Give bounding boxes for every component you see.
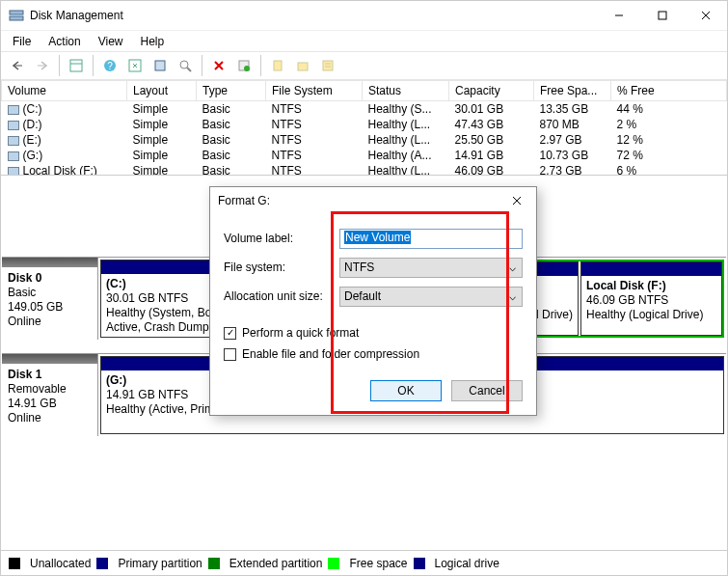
disk-1-name: Disk 1 xyxy=(8,368,92,381)
settings-icon[interactable] xyxy=(149,55,171,76)
svg-rect-19 xyxy=(298,63,308,70)
svg-point-14 xyxy=(180,61,188,69)
disk-0-name: Disk 0 xyxy=(8,271,92,285)
menu-file[interactable]: File xyxy=(5,33,39,50)
col-pct[interactable]: % Free xyxy=(611,81,727,101)
minimize-button[interactable] xyxy=(597,2,640,29)
forward-button[interactable] xyxy=(32,55,53,76)
col-type[interactable]: Type xyxy=(197,81,266,101)
svg-rect-1 xyxy=(10,16,23,20)
list-icon[interactable] xyxy=(317,55,338,76)
legend: Unallocated Primary partition Extended p… xyxy=(1,550,727,575)
action-icon[interactable] xyxy=(233,55,255,76)
chevron-down-icon: ⌵ xyxy=(509,261,516,274)
window-buttons xyxy=(597,2,727,29)
chevron-down-icon: ⌵ xyxy=(509,289,516,303)
toolbar: ? xyxy=(1,51,727,80)
view-icon[interactable] xyxy=(66,55,87,76)
open-icon[interactable] xyxy=(292,55,313,76)
col-layout[interactable]: Layout xyxy=(127,81,197,101)
dialog-title: Format G: xyxy=(218,194,505,207)
table-row[interactable]: Local Disk (F:)SimpleBasicNTFSHealthy (L… xyxy=(2,163,727,176)
table-row[interactable]: (G:)SimpleBasicNTFSHealthy (A...14.91 GB… xyxy=(2,148,727,163)
ok-button[interactable]: OK xyxy=(370,380,442,401)
allocation-unit-select[interactable]: Default⌵ xyxy=(339,287,523,307)
format-dialog: Format G: Volume label: New Volume File … xyxy=(209,186,537,416)
table-row[interactable]: (E:)SimpleBasicNTFSHealthy (L...25.50 GB… xyxy=(2,132,727,148)
properties-icon[interactable] xyxy=(175,55,196,76)
svg-point-17 xyxy=(244,66,250,71)
dialog-close-button[interactable] xyxy=(505,189,528,212)
svg-rect-8 xyxy=(70,60,82,71)
svg-text:?: ? xyxy=(107,61,113,71)
svg-rect-18 xyxy=(274,61,282,70)
cancel-button[interactable]: Cancel xyxy=(451,380,523,401)
disk-management-window: Disk Management File Action View Help ? xyxy=(0,0,728,576)
col-status[interactable]: Status xyxy=(363,81,449,101)
col-fs[interactable]: File System xyxy=(266,81,363,101)
maximize-button[interactable] xyxy=(640,2,684,29)
checkbox-checked-icon: ✓ xyxy=(224,327,236,340)
new-icon[interactable] xyxy=(267,55,288,76)
partition-f[interactable]: Local Disk (F:)46.09 GB NTFSHealthy (Log… xyxy=(580,261,722,336)
delete-icon[interactable] xyxy=(208,55,229,76)
back-button[interactable] xyxy=(7,55,28,76)
volume-label-label: Volume label: xyxy=(224,232,339,245)
dialog-titlebar: Format G: xyxy=(210,187,536,214)
titlebar: Disk Management xyxy=(1,1,727,30)
col-free[interactable]: Free Spa... xyxy=(534,81,611,101)
col-capacity[interactable]: Capacity xyxy=(449,81,534,101)
svg-line-15 xyxy=(187,68,191,71)
allocation-unit-label: Allocation unit size: xyxy=(224,289,339,303)
refresh-icon[interactable] xyxy=(124,55,146,76)
file-system-select[interactable]: NTFS⌵ xyxy=(339,258,523,278)
menu-action[interactable]: Action xyxy=(40,33,88,50)
disk-0-header[interactable]: Disk 0 Basic 149.05 GB Online xyxy=(2,258,98,340)
menubar: File Action View Help xyxy=(1,30,727,51)
disk-1-header[interactable]: Disk 1 Removable 14.91 GB Online xyxy=(2,354,98,436)
volume-list: Volume Layout Type File System Status Ca… xyxy=(1,80,727,176)
svg-rect-0 xyxy=(10,11,23,14)
col-volume[interactable]: Volume xyxy=(2,81,127,101)
quick-format-checkbox[interactable]: ✓ Perform a quick format xyxy=(224,322,523,343)
svg-rect-20 xyxy=(323,61,333,70)
svg-rect-3 xyxy=(659,12,666,19)
menu-help[interactable]: Help xyxy=(133,33,173,50)
volume-label-input[interactable]: New Volume xyxy=(339,229,523,249)
checkbox-unchecked-icon xyxy=(224,348,236,361)
svg-rect-13 xyxy=(155,61,165,70)
close-button[interactable] xyxy=(684,2,727,29)
compression-checkbox[interactable]: Enable file and folder compression xyxy=(224,343,523,365)
table-row[interactable]: (C:)SimpleBasicNTFSHealthy (S...30.01 GB… xyxy=(2,101,727,118)
app-icon xyxy=(9,8,24,23)
help-icon[interactable]: ? xyxy=(99,55,121,76)
window-title: Disk Management xyxy=(30,9,597,22)
menu-view[interactable]: View xyxy=(91,33,131,50)
table-row[interactable]: (D:)SimpleBasicNTFSHealthy (L...47.43 GB… xyxy=(2,117,727,132)
file-system-label: File system: xyxy=(224,261,339,274)
